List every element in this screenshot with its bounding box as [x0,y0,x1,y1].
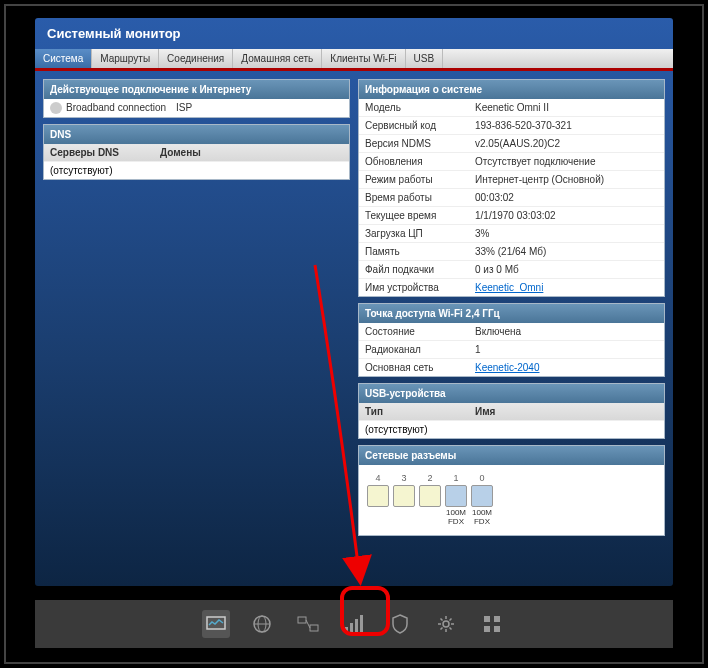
sys-label: Память [365,246,475,257]
bottom-toolbar [35,600,673,648]
svg-rect-7 [350,623,353,632]
panel-dns-header: DNS [44,125,349,144]
svg-rect-12 [494,616,500,622]
gear-icon[interactable] [432,610,460,638]
panel-usb: USB-устройства Тип Имя (отсутствуют) [358,383,665,439]
wifi-label: Радиоканал [365,344,475,355]
sys-label: Обновления [365,156,475,167]
svg-point-10 [443,621,449,627]
sys-value: 3% [475,228,658,239]
shield-icon[interactable] [386,610,414,638]
tab-routes[interactable]: Маршруты [92,49,159,68]
sys-value: 193-836-520-370-321 [475,120,658,131]
ethernet-port: 0100MFDX [471,473,493,527]
page-title: Системный монитор [35,18,673,49]
sys-value: Keenetic Omni II [475,102,658,113]
wifi-value[interactable]: Keenetic-2040 [475,362,658,373]
svg-rect-6 [345,627,348,632]
dns-col-servers: Серверы DNS [50,147,160,158]
svg-rect-11 [484,616,490,622]
conn-name: Broadband connection [66,102,176,114]
dns-empty: (отсутствуют) [50,165,112,176]
ethernet-port: 1100MFDX [445,473,467,527]
dns-col-domains: Домены [160,147,343,158]
tab-wifi-clients[interactable]: Клиенты Wi-Fi [322,49,405,68]
tab-system[interactable]: Система [35,49,92,68]
svg-rect-13 [484,626,490,632]
ethernet-port: 4 [367,473,389,527]
panel-system-info: Информация о системе МодельKeenetic Omni… [358,79,665,297]
sys-label: Время работы [365,192,475,203]
monitor-icon[interactable] [202,610,230,638]
sys-value: v2.05(AAUS.20)C2 [475,138,658,149]
usb-empty: (отсутствуют) [365,424,427,435]
ethernet-port: 3 [393,473,415,527]
usb-col-type: Тип [365,406,475,417]
wifi-bars-icon[interactable] [340,610,368,638]
wifi-value: 1 [475,344,658,355]
ethernet-port: 2 [419,473,441,527]
sys-value: 1/1/1970 03:03:02 [475,210,658,221]
sys-label: Режим работы [365,174,475,185]
panel-ports-header: Сетевые разъемы [359,446,664,465]
sys-label: Текущее время [365,210,475,221]
panel-dns: DNS Серверы DNS Домены (отсутствуют) [43,124,350,180]
tab-home-network[interactable]: Домашняя сеть [233,49,322,68]
conn-provider: ISP [176,102,343,114]
tabs: Система Маршруты Соединения Домашняя сет… [35,49,673,71]
panel-usb-header: USB-устройства [359,384,664,403]
sys-value: Интернет-центр (Основной) [475,174,658,185]
svg-rect-9 [360,615,363,632]
sys-label: Файл подкачки [365,264,475,275]
panel-ports: Сетевые разъемы 4 3 2 1100MFDX0100MFDX [358,445,665,536]
network-icon[interactable] [294,610,322,638]
sys-value: 33% (21/64 Мб) [475,246,658,257]
sys-value: Отсутствует подключение [475,156,658,167]
wifi-label: Состояние [365,326,475,337]
sys-label: Имя устройства [365,282,475,293]
tab-usb[interactable]: USB [406,49,444,68]
sys-value: 0 из 0 Мб [475,264,658,275]
panel-wifi: Точка доступа Wi-Fi 2,4 ГГц СостояниеВкл… [358,303,665,377]
sys-value: 00:03:02 [475,192,658,203]
sys-label: Загрузка ЦП [365,228,475,239]
sys-label: Модель [365,102,475,113]
globe-nav-icon[interactable] [248,610,276,638]
globe-icon [50,102,62,114]
wifi-value: Включена [475,326,658,337]
svg-rect-8 [355,619,358,632]
panel-connection: Действующее подключение к Интернету Broa… [43,79,350,118]
sys-label: Версия NDMS [365,138,475,149]
wifi-label: Основная сеть [365,362,475,373]
svg-rect-14 [494,626,500,632]
svg-rect-5 [310,625,318,631]
sys-value[interactable]: Keenetic_Omni [475,282,658,293]
apps-icon[interactable] [478,610,506,638]
usb-col-name: Имя [475,406,658,417]
panel-wifi-header: Точка доступа Wi-Fi 2,4 ГГц [359,304,664,323]
svg-rect-4 [298,617,306,623]
tab-connections[interactable]: Соединения [159,49,233,68]
panel-connection-header: Действующее подключение к Интернету [44,80,349,99]
panel-system-info-header: Информация о системе [359,80,664,99]
sys-label: Сервисный код [365,120,475,131]
